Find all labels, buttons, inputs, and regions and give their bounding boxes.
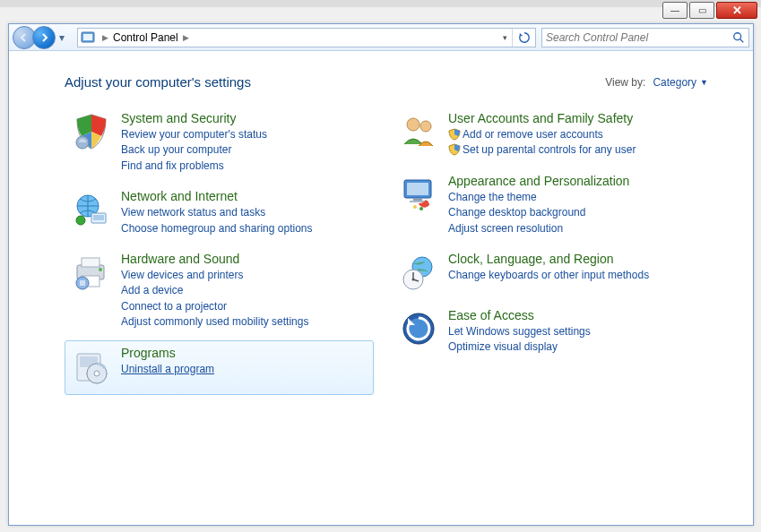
category-system-and-security[interactable]: System and Security Review your computer… [65, 106, 374, 182]
svg-point-12 [99, 268, 102, 271]
breadcrumb-dropdown[interactable]: ▾ [497, 33, 512, 42]
arrow-left-icon [20, 33, 29, 42]
control-panel-icon [78, 29, 98, 47]
nav-buttons: ▾ [9, 26, 72, 49]
svg-rect-23 [407, 183, 428, 195]
clock-globe-icon [398, 252, 439, 293]
svg-rect-25 [410, 201, 426, 202]
view-by-dropdown[interactable]: Category ▼ [653, 76, 708, 89]
ease-of-access-icon [398, 308, 439, 349]
monitor-paint-icon [398, 174, 439, 215]
address-bar: ▾ ▶ Control Panel ▶ ▾ [9, 24, 753, 51]
uac-shield-icon [448, 143, 461, 156]
svg-point-2 [734, 32, 741, 39]
category-hardware-and-sound[interactable]: Hardware and Sound View devices and prin… [65, 246, 374, 339]
category-title[interactable]: Clock, Language, and Region [448, 252, 649, 266]
svg-rect-10 [82, 258, 99, 267]
category-title[interactable]: Hardware and Sound [121, 252, 308, 266]
link-optimize-visual[interactable]: Optimize visual display [448, 339, 591, 355]
link-adjust-mobility[interactable]: Adjust commonly used mobility settings [121, 314, 308, 330]
chevron-down-icon: ▼ [700, 78, 708, 87]
view-by: View by: Category ▼ [605, 76, 708, 89]
search-input[interactable] [542, 31, 729, 44]
link-add-device[interactable]: Add a device [121, 283, 308, 298]
category-ease-of-access[interactable]: Ease of Access Let Windows suggest setti… [392, 303, 701, 364]
svg-rect-14 [80, 280, 85, 286]
link-let-windows-suggest[interactable]: Let Windows suggest settings [448, 324, 591, 339]
svg-point-26 [413, 205, 417, 209]
breadcrumb-separator[interactable]: ▶ [178, 33, 194, 42]
svg-rect-1 [83, 34, 92, 40]
view-by-label: View by: [605, 76, 645, 89]
view-by-value: Category [653, 76, 696, 89]
link-find-fix-problems[interactable]: Find and fix problems [121, 159, 267, 174]
link-choose-homegroup[interactable]: Choose homegroup and sharing options [121, 221, 312, 236]
link-back-up[interactable]: Back up your computer [121, 142, 267, 158]
close-button[interactable]: ✕ [716, 2, 757, 19]
link-connect-projector[interactable]: Connect to a projector [121, 299, 308, 314]
category-clock-language-region[interactable]: Clock, Language, and Region Change keybo… [392, 246, 701, 301]
right-column: User Accounts and Family Safety Add or r… [392, 106, 701, 397]
link-change-keyboards[interactable]: Change keyboards or other input methods [448, 268, 649, 283]
link-view-network-status[interactable]: View network status and tasks [121, 205, 312, 220]
maximize-button[interactable]: ▭ [689, 2, 714, 19]
globe-network-icon [71, 189, 112, 230]
shield-icon [71, 111, 112, 152]
people-icon [398, 111, 439, 152]
refresh-icon [518, 31, 531, 44]
page-title: Adjust your computer's settings [65, 74, 251, 90]
link-parental-controls[interactable]: Set up parental controls for any user [448, 142, 636, 158]
refresh-button[interactable] [512, 29, 535, 47]
svg-rect-7 [93, 215, 104, 220]
category-appearance[interactable]: Appearance and Personalization Change th… [392, 168, 701, 245]
link-adjust-resolution[interactable]: Adjust screen resolution [448, 221, 629, 236]
disc-box-icon [71, 346, 112, 387]
link-view-devices-printers[interactable]: View devices and printers [121, 268, 308, 283]
link-uninstall-program[interactable]: Uninstall a program [121, 362, 214, 377]
category-title[interactable]: System and Security [121, 111, 267, 125]
category-title[interactable]: Programs [121, 346, 214, 360]
svg-point-27 [419, 207, 423, 210]
link-review-status[interactable]: Review your computer's status [121, 127, 267, 142]
breadcrumb-separator: ▶ [98, 33, 113, 42]
link-add-remove-accounts[interactable]: Add or remove user accounts [448, 127, 636, 142]
breadcrumb[interactable]: ▶ Control Panel ▶ ▾ [77, 28, 536, 47]
forward-button[interactable] [32, 26, 56, 49]
search-box[interactable] [541, 28, 749, 47]
uac-shield-icon [448, 128, 461, 141]
arrow-right-icon [39, 33, 48, 42]
svg-point-8 [76, 216, 85, 225]
link-change-theme[interactable]: Change the theme [448, 190, 629, 205]
printer-icon [71, 252, 112, 293]
category-title[interactable]: User Accounts and Family Safety [448, 111, 636, 125]
control-panel-window: ▾ ▶ Control Panel ▶ ▾ [8, 23, 754, 526]
category-title[interactable]: Network and Internet [121, 189, 312, 203]
svg-rect-24 [413, 198, 422, 201]
category-title[interactable]: Appearance and Personalization [448, 174, 629, 188]
minimize-button[interactable]: — [662, 2, 687, 19]
left-column: System and Security Review your computer… [65, 106, 374, 397]
svg-point-19 [94, 371, 99, 376]
nav-history-dropdown[interactable]: ▾ [56, 26, 68, 49]
svg-point-21 [420, 121, 431, 132]
svg-point-20 [407, 118, 419, 131]
breadcrumb-control-panel[interactable]: Control Panel [113, 31, 178, 44]
svg-point-32 [412, 278, 415, 280]
link-change-desktop-bg[interactable]: Change desktop background [448, 205, 629, 220]
category-user-accounts[interactable]: User Accounts and Family Safety Add or r… [392, 106, 701, 167]
category-title[interactable]: Ease of Access [448, 308, 591, 322]
category-network-and-internet[interactable]: Network and Internet View network status… [65, 184, 374, 245]
content-area: Adjust your computer's settings View by:… [9, 51, 753, 525]
category-programs[interactable]: Programs Uninstall a program [65, 340, 374, 395]
window-controls: — ▭ ✕ [662, 2, 757, 19]
search-icon[interactable] [729, 29, 748, 47]
svg-line-3 [740, 39, 744, 42]
